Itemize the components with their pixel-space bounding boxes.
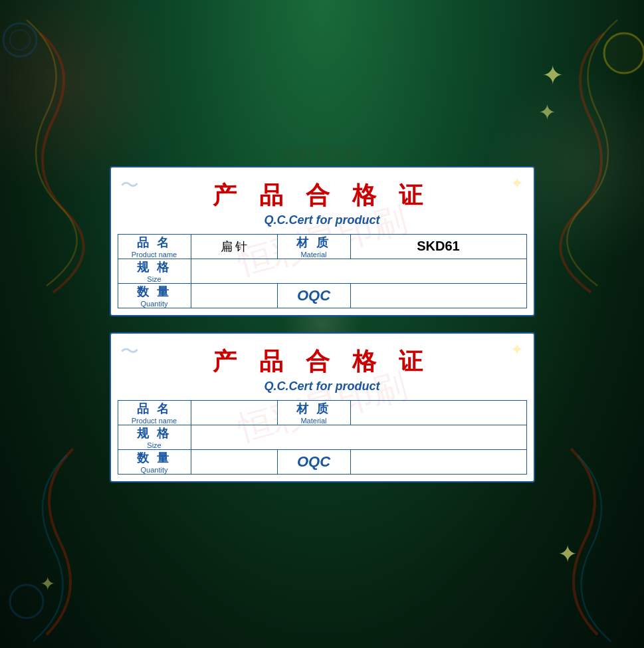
left-swirl-top <box>0 0 120 332</box>
card2-material-label: 材 质 Material <box>277 400 350 425</box>
card1-size-label: 规 格 Size <box>118 259 191 283</box>
card2-oqc: OQC <box>277 449 350 474</box>
star-glow-3: ✦ <box>558 540 578 568</box>
card1-title-zh: 产 品 合 格 证 <box>118 179 527 212</box>
certificate-card-2: 恒彩星印刷 ✦ 〜 产 品 合 格 证 Q.C.Cert for product… <box>110 332 535 483</box>
card1-material-value: SKD61 <box>350 234 526 259</box>
card2-quantity-value <box>191 449 277 474</box>
certificate-card-1: 恒彩星印刷 ✦ 〜 产 品 合 格 证 Q.C.Cert for product… <box>110 166 535 316</box>
card2-quantity-extra <box>350 449 526 474</box>
card2-size-value <box>191 425 526 449</box>
card2-row3: 数 量 Quantity OQC <box>118 449 526 474</box>
card1-product-label: 品 名 Product name <box>118 234 191 259</box>
card1-header: 产 品 合 格 证 Q.C.Cert for product <box>111 167 534 234</box>
star-glow-1: ✦ <box>542 60 564 91</box>
card1-quantity-extra <box>350 283 526 308</box>
card1-oqc: OQC <box>277 283 350 308</box>
svg-point-3 <box>10 585 43 618</box>
card1-row3: 数 量 Quantity OQC <box>118 283 526 308</box>
card2-title-zh: 产 品 合 格 证 <box>118 346 527 378</box>
card2-table: 品 名 Product name 材 质 Material 规 格 Size <box>118 400 527 475</box>
card1-row2: 规 格 Size <box>118 259 526 283</box>
star-glow-4: ✦ <box>40 573 55 595</box>
card2-product-label: 品 名 Product name <box>118 400 191 425</box>
svg-point-0 <box>3 23 37 56</box>
card1-material-label: 材 质 Material <box>277 234 350 259</box>
background-decoration: ✦ ✦ ✦ ✦ 恒彩星印刷 恒彩星印刷 <box>0 0 644 648</box>
card1-quantity-value <box>191 283 277 308</box>
watermark-center-top: 恒彩星印刷 <box>282 143 362 163</box>
card2-header: 产 品 合 格 证 Q.C.Cert for product <box>111 334 534 400</box>
svg-point-2 <box>604 33 644 73</box>
card2-quantity-label: 数 量 Quantity <box>118 449 191 474</box>
right-swirl-top <box>524 0 644 332</box>
card2-material-value <box>350 400 526 425</box>
card1-quantity-label: 数 量 Quantity <box>118 283 191 308</box>
card2-title-en: Q.C.Cert for product <box>118 379 527 393</box>
card2-row1: 品 名 Product name 材 质 Material <box>118 400 526 425</box>
card1-title-en: Q.C.Cert for product <box>118 213 527 227</box>
svg-point-1 <box>10 30 30 50</box>
card2-size-label: 规 格 Size <box>118 425 191 449</box>
card2-row2: 规 格 Size <box>118 425 526 449</box>
card2-product-value <box>191 400 277 425</box>
card1-product-value: 扁 针 <box>191 234 277 259</box>
star-glow-2: ✦ <box>538 100 556 125</box>
card1-table: 品 名 Product name 扁 针 材 质 Material SKD61 … <box>118 234 527 308</box>
card1-row1: 品 名 Product name 扁 针 材 质 Material SKD61 <box>118 234 526 259</box>
card1-size-value <box>191 259 526 283</box>
